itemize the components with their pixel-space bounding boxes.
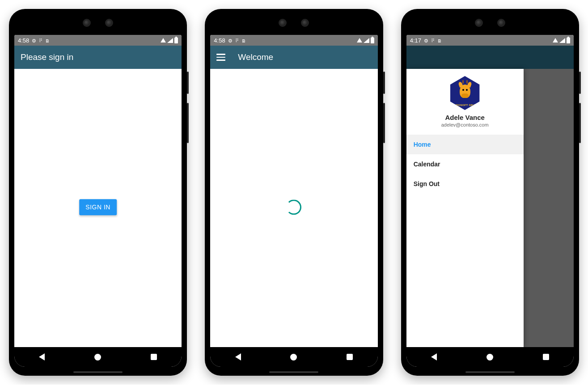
user-email: adelev@contoso.com <box>406 122 524 127</box>
loading-spinner-icon <box>286 199 301 215</box>
clipboard-icon <box>437 37 442 44</box>
clipboard-icon <box>241 37 246 44</box>
content-scrim[interactable]: MICROSOFT GRAPH Adele Vance adelev@conto… <box>406 69 574 347</box>
signal-icon <box>364 38 369 43</box>
app-bar: Welcome <box>210 46 377 69</box>
nav-drawer: MICROSOFT GRAPH Adele Vance adelev@conto… <box>406 69 524 347</box>
system-icon <box>39 37 42 44</box>
nav-recents-icon[interactable] <box>151 354 157 360</box>
drawer-item-home[interactable]: Home <box>406 135 524 154</box>
nav-recents-icon[interactable] <box>543 354 549 360</box>
clipboard-icon <box>45 37 50 44</box>
system-icon <box>235 37 239 44</box>
appbar-title: Please sign in <box>21 52 73 62</box>
nav-recents-icon[interactable] <box>347 354 353 360</box>
android-nav-bar <box>210 347 377 367</box>
android-nav-bar <box>406 347 574 367</box>
battery-icon <box>371 38 374 43</box>
wifi-icon <box>357 38 362 42</box>
android-nav-bar <box>14 347 182 367</box>
wifi-icon <box>161 38 166 42</box>
content-area: SIGN IN <box>14 69 182 347</box>
nav-back-icon[interactable] <box>431 353 437 361</box>
nav-home-icon[interactable] <box>94 354 101 361</box>
avatar: MICROSOFT GRAPH <box>448 76 482 110</box>
settings-icon <box>32 37 36 44</box>
nav-home-icon[interactable] <box>290 354 297 361</box>
drawer-item-calendar[interactable]: Calendar <box>406 154 524 174</box>
status-bar: 4:17 <box>406 35 574 46</box>
drawer-item-signout[interactable]: Sign Out <box>406 174 524 194</box>
battery-icon <box>567 38 570 43</box>
avatar-badge: MICROSOFT GRAPH <box>448 104 482 106</box>
phone-signin: 4:58 Please sign in SIGN IN <box>9 9 187 376</box>
status-time: 4:58 <box>18 37 29 44</box>
app-bar <box>406 46 574 69</box>
wifi-icon <box>553 38 558 42</box>
drawer-items: Home Calendar Sign Out <box>406 133 524 194</box>
status-bar: 4:58 <box>14 35 182 46</box>
signal-icon <box>559 38 565 43</box>
signal-icon <box>167 38 173 43</box>
app-bar: Please sign in <box>14 46 182 69</box>
settings-icon <box>424 37 428 44</box>
drawer-header: MICROSOFT GRAPH Adele Vance adelev@conto… <box>406 69 524 133</box>
signin-button[interactable]: SIGN IN <box>79 199 117 215</box>
giraffe-icon <box>456 82 474 104</box>
nav-back-icon[interactable] <box>235 353 241 361</box>
status-time: 4:58 <box>214 37 225 44</box>
nav-back-icon[interactable] <box>39 353 45 361</box>
menu-icon[interactable] <box>216 54 225 61</box>
nav-home-icon[interactable] <box>486 354 493 361</box>
settings-icon <box>228 37 233 44</box>
phone-welcome: 4:58 Welcome <box>205 9 383 376</box>
appbar-title: Welcome <box>238 52 273 62</box>
battery-icon <box>174 38 178 43</box>
user-name: Adele Vance <box>406 114 524 121</box>
status-bar: 4:58 <box>210 35 377 46</box>
phone-drawer: 4:17 <box>401 9 579 376</box>
system-icon <box>431 37 435 44</box>
content-area <box>210 69 377 347</box>
status-time: 4:17 <box>410 37 421 44</box>
